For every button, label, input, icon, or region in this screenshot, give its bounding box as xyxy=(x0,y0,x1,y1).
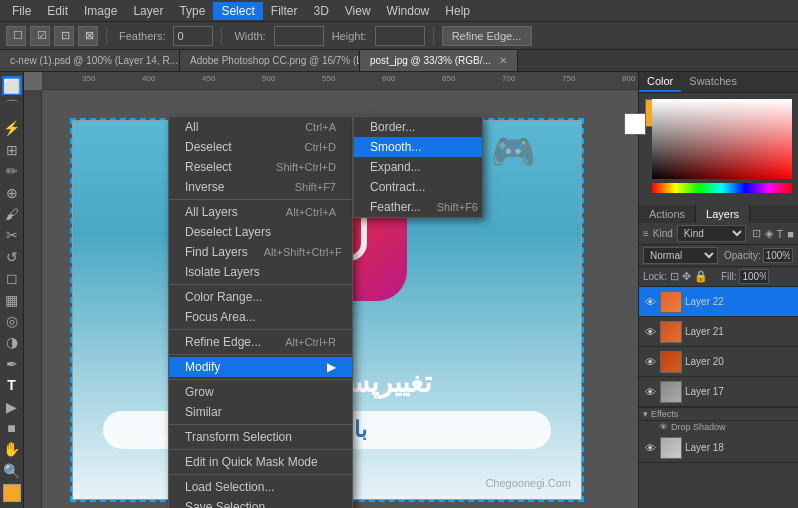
submenu-smooth[interactable]: Smooth... xyxy=(354,137,482,157)
layer-name-22: Layer 22 xyxy=(685,296,794,307)
layer-item-17[interactable]: 👁 Layer 17 xyxy=(639,377,798,407)
menu-layer[interactable]: Layer xyxy=(125,2,171,20)
fill-label: Fill: xyxy=(721,271,737,282)
lock-label: Lock: xyxy=(643,271,667,282)
tab-swatches[interactable]: Swatches xyxy=(681,72,745,92)
menu-window[interactable]: Window xyxy=(379,2,438,20)
menu-focus-area[interactable]: Focus Area... xyxy=(169,307,352,327)
toolbar-intersect-sel[interactable]: ⊠ xyxy=(78,26,98,46)
menu-image[interactable]: Image xyxy=(76,2,125,20)
lock-checkerboard-icon[interactable]: ⊡ xyxy=(670,270,679,283)
bg-color-swatch[interactable] xyxy=(624,113,646,135)
tool-zoom[interactable]: 🔍 xyxy=(2,461,22,480)
layer-item-22[interactable]: 👁 Layer 22 xyxy=(639,287,798,317)
layer-eye-20[interactable]: 👁 xyxy=(643,355,657,369)
menu-save-sel[interactable]: Save Selection... xyxy=(169,497,352,508)
effect-visibility[interactable]: 👁 xyxy=(659,422,668,432)
fill-input[interactable] xyxy=(739,269,769,284)
menu-type[interactable]: Type xyxy=(171,2,213,20)
tool-magic-wand[interactable]: ⚡ xyxy=(2,119,22,138)
tab-actions[interactable]: Actions xyxy=(639,205,696,223)
color-swatches-tabs: Color Swatches xyxy=(639,72,798,93)
menu-grow[interactable]: Grow xyxy=(169,382,352,402)
menu-all-layers[interactable]: All Layers Alt+Ctrl+A xyxy=(169,202,352,222)
menu-find-layers[interactable]: Find Layers Alt+Shift+Ctrl+F xyxy=(169,242,352,262)
menu-edit[interactable]: Edit xyxy=(39,2,76,20)
sep8 xyxy=(169,474,352,475)
menu-help[interactable]: Help xyxy=(437,2,478,20)
select-menu-dropdown: All Ctrl+A Deselect Ctrl+D Reselect Shif… xyxy=(168,116,353,508)
layer-item-18[interactable]: 👁 Layer 18 xyxy=(639,433,798,463)
tool-marquee[interactable]: ⬜ xyxy=(2,76,22,95)
tool-hand[interactable]: ✋ xyxy=(2,440,22,459)
tab-layers[interactable]: Layers xyxy=(696,205,750,223)
tool-gradient[interactable]: ▦ xyxy=(2,290,22,309)
menu-deselect-layers[interactable]: Deselect Layers xyxy=(169,222,352,242)
menu-filter[interactable]: Filter xyxy=(263,2,306,20)
refine-edge-button[interactable]: Refine Edge... xyxy=(442,26,532,46)
fg-bg-colors[interactable] xyxy=(3,484,21,502)
tool-healing[interactable]: ⊕ xyxy=(2,183,22,202)
layer-eye-17[interactable]: 👁 xyxy=(643,385,657,399)
menu-similar[interactable]: Similar xyxy=(169,402,352,422)
menu-quick-mask[interactable]: Edit in Quick Mask Mode xyxy=(169,452,352,472)
menu-refine-edge[interactable]: Refine Edge... Alt+Ctrl+R xyxy=(169,332,352,352)
tool-eyedropper[interactable]: ✏ xyxy=(2,162,22,181)
layer-effect-dropshadow[interactable]: 👁 Drop Shadow xyxy=(639,420,798,433)
menu-transform-sel[interactable]: Transform Selection xyxy=(169,427,352,447)
height-input[interactable] xyxy=(375,26,425,46)
tool-eraser[interactable]: ◻ xyxy=(2,269,22,288)
tool-blur[interactable]: ◎ xyxy=(2,311,22,330)
submenu-feather[interactable]: Feather... Shift+F6 xyxy=(354,197,482,217)
tool-dodge[interactable]: ◑ xyxy=(2,333,22,352)
menu-view[interactable]: View xyxy=(337,2,379,20)
feathers-input[interactable] xyxy=(173,26,213,46)
toolbar-sub-sel[interactable]: ⊡ xyxy=(54,26,74,46)
tab-file3-close[interactable]: ✕ xyxy=(499,55,507,66)
opacity-input[interactable] xyxy=(763,248,793,263)
layer-eye-18[interactable]: 👁 xyxy=(643,441,657,455)
tool-text[interactable]: T xyxy=(2,375,22,394)
tool-lasso[interactable]: ⌒ xyxy=(2,97,22,116)
menu-file[interactable]: File xyxy=(4,2,39,20)
tab-file1[interactable]: c-new (1).psd @ 100% (Layer 14, R... ✕ xyxy=(0,50,180,72)
menu-select-all[interactable]: All Ctrl+A xyxy=(169,117,352,137)
tool-history-brush[interactable]: ↺ xyxy=(2,247,22,266)
canvas-area[interactable]: 350 400 450 500 550 600 650 700 750 800 xyxy=(24,72,638,508)
tool-shape[interactable]: ■ xyxy=(2,418,22,437)
tool-clone[interactable]: ✂ xyxy=(2,226,22,245)
menu-modify[interactable]: Modify ▶ xyxy=(169,357,352,377)
blend-mode-select[interactable]: Normal xyxy=(643,247,718,264)
width-input[interactable] xyxy=(274,26,324,46)
menu-inverse[interactable]: Inverse Shift+F7 xyxy=(169,177,352,197)
lock-all-icon[interactable]: 🔒 xyxy=(694,270,708,283)
layer-item-20[interactable]: 👁 Layer 20 xyxy=(639,347,798,377)
menu-isolate-layers[interactable]: Isolate Layers xyxy=(169,262,352,282)
submenu-expand[interactable]: Expand... xyxy=(354,157,482,177)
menu-3d[interactable]: 3D xyxy=(305,2,336,20)
layer-eye-22[interactable]: 👁 xyxy=(643,295,657,309)
menu-deselect[interactable]: Deselect Ctrl+D xyxy=(169,137,352,157)
submenu-contract[interactable]: Contract... xyxy=(354,177,482,197)
layer-eye-21[interactable]: 👁 xyxy=(643,325,657,339)
tab-file3[interactable]: post_jpg @ 33/3% (RGB/... ✕ xyxy=(360,50,518,72)
layer-item-21[interactable]: 👁 Layer 21 xyxy=(639,317,798,347)
hue-bar[interactable] xyxy=(652,183,792,193)
toolbar-sep2 xyxy=(221,27,222,45)
tool-crop[interactable]: ⊞ xyxy=(2,140,22,159)
tool-path-selection[interactable]: ▶ xyxy=(2,397,22,416)
menu-load-sel[interactable]: Load Selection... xyxy=(169,477,352,497)
menu-reselect[interactable]: Reselect Shift+Ctrl+D xyxy=(169,157,352,177)
tab-color[interactable]: Color xyxy=(639,72,681,92)
kind-select[interactable]: Kind xyxy=(677,225,746,242)
color-gradient[interactable] xyxy=(652,99,792,179)
tool-pen[interactable]: ✒ xyxy=(2,354,22,373)
submenu-border[interactable]: Border... xyxy=(354,117,482,137)
menu-select[interactable]: Select xyxy=(213,2,262,20)
tab-file2[interactable]: Adobe Photoshop CC.png @ 16/7% (La... ✕ xyxy=(180,50,360,72)
toolbar-new-sel[interactable]: ☐ xyxy=(6,26,26,46)
tool-brush[interactable]: 🖌 xyxy=(2,204,22,223)
menu-color-range[interactable]: Color Range... xyxy=(169,287,352,307)
toolbar-add-sel[interactable]: ☑ xyxy=(30,26,50,46)
lock-move-icon[interactable]: ✥ xyxy=(682,270,691,283)
